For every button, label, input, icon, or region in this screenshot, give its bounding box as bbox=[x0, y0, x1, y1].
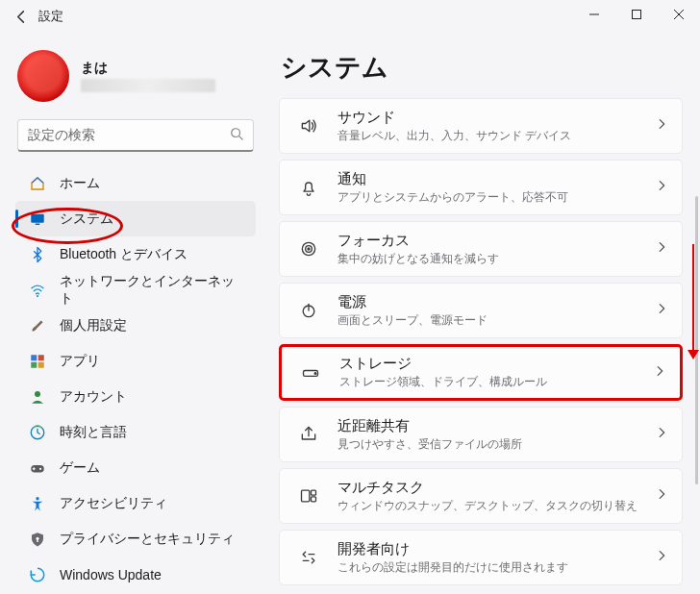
svg-rect-22 bbox=[302, 490, 310, 502]
time-icon bbox=[29, 424, 46, 441]
settings-card-multitask[interactable]: マルチタスク ウィンドウのスナップ、デスクトップ、タスクの切り替え bbox=[279, 468, 683, 524]
sidebar-item-wifi[interactable]: ネットワークとインターネット bbox=[15, 272, 256, 308]
privacy-icon bbox=[29, 531, 46, 548]
settings-card-dev[interactable]: 開発者向け これらの設定は開発目的だけに使用されます bbox=[279, 530, 683, 585]
sidebar-item-bluetooth[interactable]: Bluetooth とデバイス bbox=[15, 236, 256, 272]
search-placeholder: 設定の検索 bbox=[28, 127, 230, 144]
settings-card-focus[interactable]: フォーカス 集中の妨げとなる通知を減らす bbox=[279, 221, 683, 277]
chevron-right-icon bbox=[655, 426, 668, 443]
svg-rect-3 bbox=[36, 223, 40, 225]
svg-rect-5 bbox=[31, 355, 37, 360]
sidebar-item-label: ホーム bbox=[60, 175, 100, 192]
sidebar-item-time[interactable]: 時刻と言語 bbox=[15, 414, 256, 450]
settings-card-power[interactable]: 電源 画面とスリープ、電源モード bbox=[279, 283, 683, 338]
wifi-icon bbox=[29, 282, 46, 299]
svg-point-13 bbox=[36, 497, 38, 500]
chevron-right-icon bbox=[655, 117, 668, 135]
sidebar-item-update[interactable]: Windows Update bbox=[15, 557, 256, 592]
sidebar-item-brush[interactable]: 個人用設定 bbox=[15, 308, 256, 343]
sidebar-nav: ホームシステムBluetooth とデバイスネットワークとインターネット個人用設… bbox=[10, 165, 262, 592]
card-description: これらの設定は開発目的だけに使用されます bbox=[338, 559, 655, 576]
sidebar-item-apps[interactable]: アプリ bbox=[15, 343, 256, 379]
settings-card-storage[interactable]: ストレージ ストレージ領域、ドライブ、構成ルール bbox=[279, 344, 683, 401]
sidebar-item-access[interactable]: アクセシビリティ bbox=[15, 485, 256, 521]
avatar bbox=[17, 50, 69, 102]
profile-name: まは bbox=[81, 60, 215, 77]
update-icon bbox=[29, 566, 46, 583]
window-title: 設定 bbox=[38, 9, 63, 25]
sidebar-item-system[interactable]: システム bbox=[15, 201, 256, 236]
svg-point-1 bbox=[232, 129, 240, 137]
sound-icon bbox=[293, 116, 324, 136]
focus-icon bbox=[293, 239, 324, 259]
account-icon bbox=[29, 388, 46, 406]
minimize-button[interactable] bbox=[573, 0, 615, 29]
sidebar-item-label: 時刻と言語 bbox=[60, 424, 127, 441]
svg-point-9 bbox=[35, 391, 40, 397]
power-icon bbox=[293, 301, 324, 320]
home-icon bbox=[29, 175, 46, 192]
sidebar-item-label: アクセシビリティ bbox=[60, 495, 167, 512]
system-icon bbox=[29, 210, 46, 228]
svg-point-4 bbox=[37, 294, 38, 296]
settings-card-list: サウンド 音量レベル、出力、入力、サウンド デバイス 通知 アプリとシステムから… bbox=[279, 98, 683, 585]
scroll-down-arrow-annotation bbox=[692, 244, 694, 350]
card-title: 開発者向け bbox=[338, 540, 655, 558]
sidebar-item-label: 個人用設定 bbox=[60, 317, 127, 334]
sidebar-item-label: Bluetooth とデバイス bbox=[60, 246, 188, 263]
card-title: ストレージ bbox=[339, 355, 653, 373]
bluetooth-icon bbox=[29, 246, 46, 263]
settings-card-sound[interactable]: サウンド 音量レベル、出力、入力、サウンド デバイス bbox=[279, 98, 683, 154]
card-description: 集中の妨げとなる通知を減らす bbox=[338, 251, 655, 267]
card-description: 音量レベル、出力、入力、サウンド デバイス bbox=[338, 128, 655, 144]
svg-rect-15 bbox=[37, 539, 38, 542]
content-area: システム サウンド 音量レベル、出力、入力、サウンド デバイス 通知 アプリとシ… bbox=[265, 33, 700, 594]
svg-point-12 bbox=[39, 467, 41, 469]
card-description: ストレージ領域、ドライブ、構成ルール bbox=[339, 374, 653, 390]
arrow-left-icon bbox=[14, 10, 29, 24]
search-input[interactable]: 設定の検索 bbox=[17, 119, 254, 152]
sidebar-item-label: アプリ bbox=[60, 353, 100, 370]
search-icon bbox=[230, 127, 243, 143]
svg-point-21 bbox=[314, 372, 316, 374]
svg-point-18 bbox=[308, 248, 310, 250]
sidebar-item-account[interactable]: アカウント bbox=[15, 379, 256, 414]
game-icon bbox=[29, 459, 46, 477]
chevron-right-icon bbox=[655, 240, 668, 258]
sidebar-item-label: Windows Update bbox=[60, 567, 162, 582]
sidebar-item-privacy[interactable]: プライバシーとセキュリティ bbox=[15, 521, 256, 557]
page-title: システム bbox=[281, 50, 683, 85]
sidebar-item-game[interactable]: ゲーム bbox=[15, 450, 256, 485]
maximize-button[interactable] bbox=[615, 0, 658, 29]
bell-icon bbox=[293, 178, 324, 197]
sidebar-item-home[interactable]: ホーム bbox=[15, 165, 256, 201]
svg-rect-24 bbox=[312, 497, 316, 502]
scrollbar[interactable] bbox=[695, 196, 698, 484]
sidebar-item-label: ネットワークとインターネット bbox=[60, 273, 244, 308]
apps-icon bbox=[29, 353, 46, 370]
svg-rect-8 bbox=[38, 361, 44, 367]
close-button[interactable] bbox=[658, 0, 700, 29]
chevron-right-icon bbox=[655, 302, 668, 319]
settings-card-share[interactable]: 近距離共有 見つけやすさ、受信ファイルの場所 bbox=[279, 407, 683, 462]
back-button[interactable] bbox=[8, 3, 35, 30]
sidebar-item-label: システム bbox=[60, 210, 113, 228]
multitask-icon bbox=[293, 486, 324, 506]
svg-rect-0 bbox=[633, 11, 641, 19]
profile-sub-blur bbox=[81, 79, 215, 92]
titlebar: 設定 bbox=[0, 0, 700, 33]
card-description: アプリとシステムからのアラート、応答不可 bbox=[338, 189, 655, 206]
profile-block[interactable]: まは bbox=[10, 44, 262, 113]
sidebar-item-label: アカウント bbox=[60, 388, 127, 406]
svg-rect-2 bbox=[31, 213, 44, 222]
sidebar-item-label: ゲーム bbox=[60, 459, 100, 477]
settings-card-bell[interactable]: 通知 アプリとシステムからのアラート、応答不可 bbox=[279, 160, 683, 215]
svg-rect-6 bbox=[38, 355, 44, 360]
chevron-right-icon bbox=[653, 364, 666, 382]
card-title: 電源 bbox=[338, 293, 655, 311]
dev-icon bbox=[293, 548, 324, 567]
sidebar: まは 設定の検索 ホームシステムBluetooth とデバイスネットワークとイン… bbox=[0, 33, 265, 594]
card-title: マルチタスク bbox=[338, 479, 655, 497]
storage-icon bbox=[295, 363, 326, 383]
access-icon bbox=[29, 495, 46, 512]
